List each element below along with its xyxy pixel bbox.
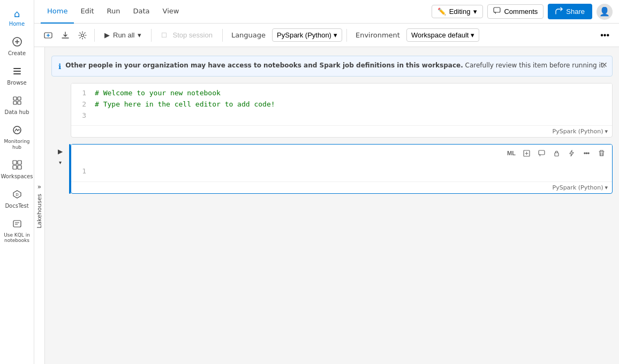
cell-2-lang[interactable]: PySpark (Python) ▾ [553,184,608,191]
workspaces-icon [12,160,22,171]
more-options-button[interactable]: ••• [597,28,613,42]
environment-selector[interactable]: Workspace default ▾ [406,28,479,42]
cell-more-button[interactable]: ••• [580,147,593,160]
stop-checkbox-icon: ☐ [161,32,167,39]
add-code-button[interactable] [41,29,56,42]
download-button[interactable] [58,29,73,42]
cell-2-controls: ▶ ▾ [51,144,69,166]
environment-label: Environment [351,31,404,39]
run-all-dropdown-icon: ▾ [138,31,141,39]
cell-2-code[interactable]: 1 [71,162,612,181]
info-close-button[interactable]: ✕ [601,60,608,69]
cell-spark-button[interactable] [565,147,578,160]
language-selector[interactable]: PySpark (Python) ▾ [272,28,342,42]
sidebar: ⌂ Home Create Browse Data hub Monitoring… [0,0,34,364]
cell-2-dropdown-button[interactable]: ▾ [56,158,64,166]
cell-lock-button[interactable] [550,147,563,160]
settings-button[interactable] [75,29,90,42]
svg-rect-5 [13,73,21,74]
editing-dropdown-icon: ▾ [473,7,477,16]
svg-rect-14 [18,165,21,169]
info-text: Other people in your organization may ha… [65,62,605,69]
notebook-area: ℹ Other people in your organization may … [45,47,619,364]
run-all-button[interactable]: ▶ Run all ▾ [99,29,147,41]
toolbar: ▶ Run all ▾ ☐ Stop session Language PySp… [34,24,619,47]
lakehouse-panel-toggle[interactable]: » Lakehouses [34,47,45,364]
cell-1-gutter: 1 # Welcome to your new notebook 2 # Typ… [51,81,613,140]
cell-comment-button[interactable] [535,147,548,160]
cell-2-line-1: 1 [78,166,606,177]
sidebar-item-create[interactable]: Create [0,33,34,61]
avatar-icon: 👤 [599,6,610,17]
sidebar-item-kql[interactable]: Use KQL in notebooks [0,215,34,248]
home-icon: ⌂ [14,9,20,19]
cell-1-lang[interactable]: PySpark (Python) ▾ [553,128,608,135]
cell-1-line-1: 1 # Welcome to your new notebook [78,88,606,99]
create-icon [12,37,22,48]
collapse-icon: » [37,183,41,191]
lakehouse-label: Lakehouses [36,194,43,229]
sidebar-item-datahub[interactable]: Data hub [0,92,34,120]
docstest-icon: D [12,189,22,201]
svg-text:D: D [16,193,18,197]
cell-active-indicator [69,144,71,194]
cell-1-code[interactable]: 1 # Welcome to your new notebook 2 # Typ… [71,84,612,125]
svg-rect-7 [18,97,21,100]
toolbar-divider-4 [346,29,347,42]
cell-2-footer: PySpark (Python) ▾ [71,181,612,193]
svg-rect-20 [494,7,500,12]
cell-1-controls [51,83,69,85]
top-nav: Home Edit Run Data View ✏️ Editing ▾ [34,0,619,24]
svg-rect-4 [13,71,21,72]
svg-point-25 [81,34,84,36]
cell-1-footer: PySpark (Python) ▾ [71,125,612,137]
toolbar-divider-3 [222,29,223,42]
toolbar-divider-2 [151,29,152,42]
datahub-icon [12,96,22,107]
svg-rect-3 [13,68,21,69]
nav-home[interactable]: Home [41,0,74,24]
cell-expand-button[interactable] [520,147,533,160]
user-avatar[interactable]: 👤 [597,4,613,20]
cell-lang-dropdown-icon: ▾ [605,128,608,135]
nav-edit[interactable]: Edit [74,0,100,24]
cell-1-line-3: 3 [78,110,606,122]
sidebar-item-monitoring[interactable]: Monitoring hub [0,121,34,155]
kql-icon [12,219,22,230]
sidebar-item-browse[interactable]: Browse [0,62,34,90]
stop-session-button[interactable]: ☐ Stop session [156,29,217,41]
monitoring-icon [12,125,22,136]
nav-data[interactable]: Data [127,0,156,24]
cell-1: 1 # Welcome to your new notebook 2 # Typ… [51,81,613,140]
toolbar-divider-1 [94,29,95,42]
share-button[interactable]: Share [548,4,592,19]
play-icon: ▶ [104,31,110,39]
nav-menu: Home Edit Run Data View [41,0,185,24]
cell-delete-button[interactable] [595,147,608,160]
lang-dropdown-icon: ▾ [334,31,337,39]
comments-icon [493,7,501,16]
editing-button[interactable]: ✏️ Editing ▾ [432,5,484,18]
sidebar-item-workspaces[interactable]: Workspaces [0,156,34,184]
env-dropdown-icon: ▾ [471,31,474,39]
nav-run[interactable]: Run [101,0,127,24]
svg-rect-17 [13,221,21,227]
cell-2-body: ML [71,144,613,194]
sidebar-item-home[interactable]: ⌂ Home [0,5,34,32]
sidebar-item-docstest[interactable]: D DocsTest [0,185,34,214]
svg-rect-6 [13,97,17,100]
nav-right-actions: ✏️ Editing ▾ Comments Share 👤 [432,4,613,20]
main-area: Home Edit Run Data View ✏️ Editing ▾ [34,0,619,364]
svg-rect-13 [13,165,17,169]
cell-1-body: 1 # Welcome to your new notebook 2 # Typ… [71,83,613,138]
comments-button[interactable]: Comments [487,4,543,19]
cell-2-gutter: ▶ ▾ ML [51,142,613,196]
cell-2-run-button[interactable]: ▶ [55,146,65,157]
cell-2-toolbar: ML [71,145,612,162]
cell-ml-button[interactable]: ML [505,147,518,160]
svg-rect-12 [18,161,21,164]
svg-rect-11 [13,161,17,164]
info-banner: ℹ Other people in your organization may … [51,56,613,77]
nav-view[interactable]: View [156,0,186,24]
ellipsis-icon: ••• [600,31,609,40]
